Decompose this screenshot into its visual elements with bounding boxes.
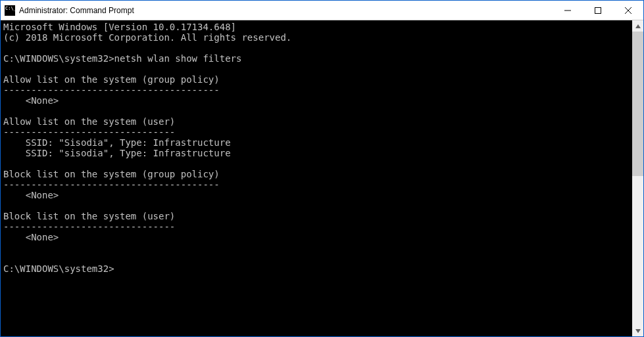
prompt-2-path: C:\WINDOWS\system32> [3, 263, 114, 274]
header-line-2: (c) 2018 Microsoft Corporation. All righ… [3, 32, 291, 43]
header-line-1: Microsoft Windows [Version 10.0.17134.64… [3, 22, 236, 32]
divider: ------------------------------- [3, 221, 175, 232]
prompt-1-path: C:\WINDOWS\system32> [3, 53, 114, 64]
maximize-icon [595, 7, 601, 14]
terminal-container: Microsoft Windows [Version 10.0.17134.64… [1, 20, 643, 336]
close-button[interactable] [613, 1, 643, 20]
section-allow-user-entry-0: SSID: "Sisodia", Type: Infrastructure [3, 137, 231, 148]
minimize-button[interactable] [553, 1, 583, 20]
titlebar[interactable]: Administrator: Command Prompt [1, 1, 643, 20]
section-allow-gp-none: <None> [3, 95, 59, 106]
section-allow-user-title: Allow list on the system (user) [3, 116, 175, 127]
divider: ------------------------------- [3, 127, 175, 137]
minimize-icon [564, 7, 571, 14]
scroll-up-button[interactable] [632, 20, 643, 32]
section-allow-user-entry-1: SSID: "sisodia", Type: Infrastructure [3, 148, 231, 158]
vertical-scrollbar[interactable] [632, 20, 643, 336]
chevron-up-icon [635, 24, 641, 28]
maximize-button[interactable] [583, 1, 613, 20]
window-title: Administrator: Command Prompt [19, 6, 134, 15]
divider: --------------------------------------- [3, 85, 220, 95]
section-block-user-title: Block list on the system (user) [3, 211, 175, 221]
close-icon [625, 7, 632, 14]
terminal-output[interactable]: Microsoft Windows [Version 10.0.17134.64… [1, 20, 632, 336]
cmd-icon [5, 5, 15, 16]
section-block-user-none: <None> [3, 232, 59, 242]
scroll-down-button[interactable] [632, 325, 643, 336]
section-block-gp-title: Block list on the system (group policy) [3, 169, 220, 179]
prompt-1-command: netsh wlan show filters [114, 53, 242, 64]
scroll-thumb[interactable] [632, 32, 643, 176]
chevron-down-icon [635, 329, 641, 333]
svg-rect-0 [595, 7, 601, 13]
section-allow-gp-title: Allow list on the system (group policy) [3, 74, 220, 85]
titlebar-buttons [553, 1, 643, 20]
divider: --------------------------------------- [3, 179, 220, 190]
section-block-gp-none: <None> [3, 190, 59, 200]
scroll-track[interactable] [632, 32, 643, 325]
